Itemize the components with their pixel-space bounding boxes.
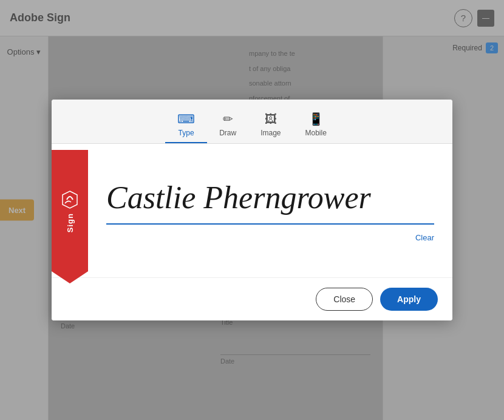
tab-draw[interactable]: ✏ Draw bbox=[207, 107, 248, 143]
sign-text: Sign bbox=[66, 213, 75, 232]
sign-logo-chevron bbox=[52, 271, 88, 283]
draw-icon: ✏ bbox=[223, 112, 233, 126]
modal-overlay: ⌨ Type ✏ Draw 🖼 Image 📱 Mobile bbox=[0, 0, 504, 420]
modal-footer: Close Apply bbox=[52, 277, 452, 320]
sign-logo: Sign bbox=[52, 150, 88, 271]
keyboard-icon: ⌨ bbox=[177, 112, 195, 126]
signature-display[interactable]: Castlie Pherngrower bbox=[106, 179, 434, 224]
clear-link[interactable]: Clear bbox=[106, 231, 434, 242]
image-icon: 🖼 bbox=[265, 112, 277, 126]
apply-button[interactable]: Apply bbox=[380, 288, 438, 311]
signature-modal: ⌨ Type ✏ Draw 🖼 Image 📱 Mobile bbox=[52, 100, 452, 320]
sign-logo-inner: Sign bbox=[59, 189, 81, 232]
modal-body: Sign Castlie Pherngrower Clear bbox=[52, 144, 452, 277]
tab-mobile[interactable]: 📱 Mobile bbox=[293, 107, 339, 143]
acrobat-icon bbox=[59, 189, 81, 211]
close-button[interactable]: Close bbox=[316, 288, 373, 311]
signature-input-area: Castlie Pherngrower Clear bbox=[88, 150, 452, 271]
tab-image[interactable]: 🖼 Image bbox=[248, 107, 293, 143]
modal-tabs: ⌨ Type ✏ Draw 🖼 Image 📱 Mobile bbox=[52, 100, 452, 144]
tab-type[interactable]: ⌨ Type bbox=[165, 107, 207, 143]
mobile-icon: 📱 bbox=[308, 112, 324, 126]
